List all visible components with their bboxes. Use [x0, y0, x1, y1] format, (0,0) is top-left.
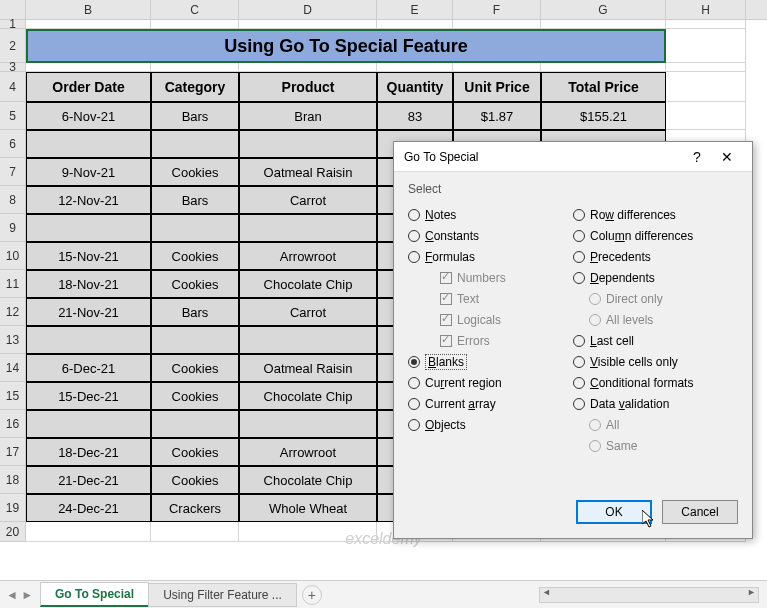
cancel-button[interactable]: Cancel [662, 500, 738, 524]
row-header[interactable]: 13 [0, 326, 26, 354]
option-precedents[interactable]: Precedents [573, 246, 738, 267]
row-header[interactable]: 6 [0, 130, 26, 158]
option-conditional-formats[interactable]: Conditional formats [573, 372, 738, 393]
cell[interactable] [239, 20, 377, 29]
add-sheet-button[interactable]: + [302, 585, 322, 605]
option-current-array[interactable]: Current array [408, 393, 573, 414]
option-current-region[interactable]: Current region [408, 372, 573, 393]
table-cell[interactable]: Whole Wheat [239, 494, 377, 522]
cell[interactable] [666, 29, 746, 63]
row-header[interactable]: 1 [0, 20, 26, 29]
table-cell[interactable]: Chocolate Chip [239, 270, 377, 298]
option-constants[interactable]: Constants [408, 225, 573, 246]
table-cell[interactable]: Oatmeal Raisin [239, 158, 377, 186]
row-header[interactable]: 11 [0, 270, 26, 298]
table-cell[interactable]: 18-Dec-21 [26, 438, 151, 466]
table-cell[interactable]: 24-Dec-21 [26, 494, 151, 522]
cell[interactable] [453, 20, 541, 29]
close-icon[interactable]: ✕ [712, 149, 742, 165]
table-cell[interactable] [26, 214, 151, 242]
col-header[interactable]: G [541, 0, 666, 19]
table-cell[interactable]: Cookies [151, 354, 239, 382]
cell[interactable] [541, 20, 666, 29]
cell[interactable] [377, 63, 453, 72]
cell[interactable] [239, 522, 377, 542]
row-header[interactable]: 8 [0, 186, 26, 214]
row-header[interactable]: 16 [0, 410, 26, 438]
cell[interactable] [26, 20, 151, 29]
table-cell[interactable]: Carrot [239, 186, 377, 214]
dialog-titlebar[interactable]: Go To Special ? ✕ [394, 142, 752, 172]
table-cell[interactable]: Cookies [151, 382, 239, 410]
option-objects[interactable]: Objects [408, 414, 573, 435]
col-header[interactable]: H [666, 0, 746, 19]
cell[interactable] [239, 63, 377, 72]
cell[interactable] [666, 20, 746, 29]
table-cell[interactable] [26, 410, 151, 438]
option-column-differences[interactable]: Column differences [573, 225, 738, 246]
option-formulas[interactable]: Formulas [408, 246, 573, 267]
tab-nav-arrows[interactable]: ◄ ► [6, 588, 33, 602]
row-header[interactable]: 19 [0, 494, 26, 522]
help-icon[interactable]: ? [682, 149, 712, 165]
table-cell[interactable]: Cookies [151, 158, 239, 186]
cell[interactable] [151, 522, 239, 542]
table-cell[interactable]: Bars [151, 186, 239, 214]
col-header[interactable]: C [151, 0, 239, 19]
cell[interactable] [666, 72, 746, 102]
row-header[interactable]: 9 [0, 214, 26, 242]
sheet-tab-active[interactable]: Go To Special [40, 582, 149, 607]
row-header[interactable]: 10 [0, 242, 26, 270]
row-header[interactable]: 12 [0, 298, 26, 326]
cell[interactable] [666, 102, 746, 130]
row-header[interactable]: 17 [0, 438, 26, 466]
row-header[interactable]: 20 [0, 522, 26, 542]
cell[interactable] [26, 63, 151, 72]
table-cell[interactable]: Cookies [151, 242, 239, 270]
table-cell[interactable] [151, 130, 239, 158]
table-cell[interactable]: Chocolate Chip [239, 466, 377, 494]
row-header[interactable]: 2 [0, 29, 26, 63]
option-dependents[interactable]: Dependents [573, 267, 738, 288]
table-cell[interactable]: 18-Nov-21 [26, 270, 151, 298]
table-cell[interactable]: 6-Nov-21 [26, 102, 151, 130]
sheet-tab-other[interactable]: Using Filter Feature ... [148, 583, 297, 607]
row-header[interactable]: 14 [0, 354, 26, 382]
horizontal-scrollbar[interactable] [539, 587, 759, 603]
table-cell[interactable] [26, 326, 151, 354]
table-cell[interactable]: 9-Nov-21 [26, 158, 151, 186]
table-cell[interactable] [239, 326, 377, 354]
table-cell[interactable]: Crackers [151, 494, 239, 522]
cell[interactable] [151, 63, 239, 72]
table-cell[interactable]: Cookies [151, 270, 239, 298]
row-header[interactable]: 4 [0, 72, 26, 102]
table-cell[interactable]: Chocolate Chip [239, 382, 377, 410]
option-notes[interactable]: Notes [408, 204, 573, 225]
table-cell[interactable] [26, 130, 151, 158]
row-header[interactable]: 5 [0, 102, 26, 130]
row-header[interactable]: 3 [0, 63, 26, 72]
table-cell[interactable]: Carrot [239, 298, 377, 326]
row-header[interactable]: 15 [0, 382, 26, 410]
col-header[interactable]: E [377, 0, 453, 19]
row-header[interactable]: 7 [0, 158, 26, 186]
cell[interactable] [377, 20, 453, 29]
table-cell[interactable] [239, 130, 377, 158]
table-cell[interactable]: $1.87 [453, 102, 541, 130]
col-header[interactable]: D [239, 0, 377, 19]
cell[interactable] [26, 522, 151, 542]
row-header[interactable]: 18 [0, 466, 26, 494]
table-cell[interactable]: Arrowroot [239, 438, 377, 466]
table-cell[interactable]: 21-Nov-21 [26, 298, 151, 326]
cell[interactable] [151, 20, 239, 29]
cell[interactable] [666, 63, 746, 72]
table-cell[interactable]: Cookies [151, 438, 239, 466]
table-cell[interactable]: Cookies [151, 466, 239, 494]
table-cell[interactable]: $155.21 [541, 102, 666, 130]
cell[interactable] [453, 63, 541, 72]
table-cell[interactable] [151, 214, 239, 242]
table-cell[interactable] [151, 410, 239, 438]
option-last-cell[interactable]: Last cell [573, 330, 738, 351]
ok-button[interactable]: OK [576, 500, 652, 524]
col-header[interactable]: B [26, 0, 151, 19]
